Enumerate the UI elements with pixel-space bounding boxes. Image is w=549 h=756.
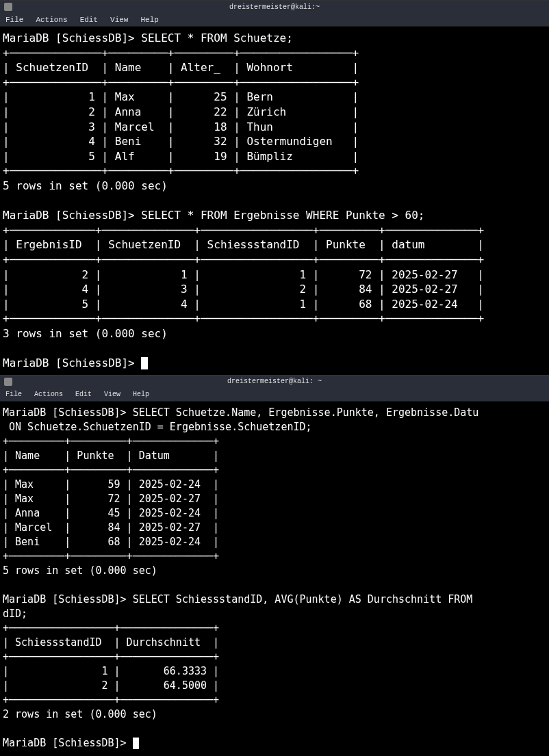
menu-actions[interactable]: Actions [31, 389, 66, 400]
terminal-output-1[interactable]: MariaDB [SchiessDB]> SELECT * FROM Schue… [0, 27, 549, 375]
menu-view[interactable]: View [107, 14, 131, 25]
terminal-window-2: dreistermeister@kali: ~ File Actions Edi… [0, 375, 549, 755]
window-title-2: dreistermeister@kali: ~ [227, 378, 322, 385]
menu-file[interactable]: File [3, 389, 25, 400]
cursor [133, 738, 139, 749]
menu-actions[interactable]: Actions [33, 14, 70, 25]
menubar-1: File Actions Edit View Help [0, 13, 549, 27]
cursor [141, 357, 148, 369]
menu-edit[interactable]: Edit [77, 14, 101, 25]
menu-file[interactable]: File [3, 14, 26, 25]
menubar-2: File Actions Edit View Help [0, 388, 549, 402]
terminal-icon [4, 378, 12, 386]
menu-view[interactable]: View [101, 389, 123, 400]
terminal-icon [4, 3, 12, 11]
terminal-window-1: dreistermeister@kali:~ File Actions Edit… [0, 0, 549, 375]
menu-help[interactable]: Help [138, 14, 161, 25]
window-title-1: dreistermeister@kali:~ [229, 3, 320, 11]
menu-help[interactable]: Help [130, 389, 152, 400]
titlebar-2: dreistermeister@kali: ~ [0, 376, 549, 388]
menu-edit[interactable]: Edit [73, 389, 94, 400]
terminal-output-2[interactable]: MariaDB [SchiessDB]> SELECT Schuetze.Nam… [0, 402, 549, 755]
titlebar-1: dreistermeister@kali:~ [0, 1, 549, 13]
